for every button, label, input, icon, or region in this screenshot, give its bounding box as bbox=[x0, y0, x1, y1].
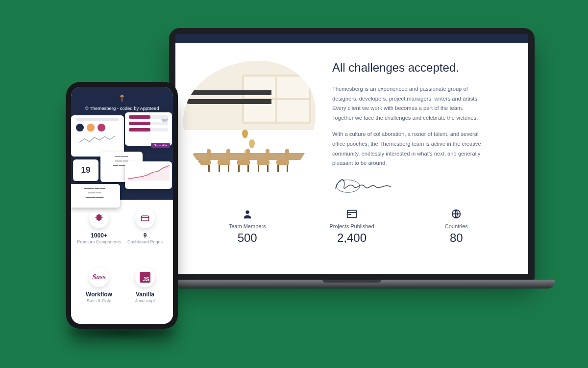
feature-title: Vanilla bbox=[122, 291, 168, 298]
laptop-page-topbar bbox=[175, 34, 528, 43]
collage-card-profile: Jane S. Subscribe bbox=[125, 112, 172, 146]
dashboard-collage: Jane S. Subscribe 19 ▬▬ ▬▬▬▬▬▬ ▬▬▬▬ ▬▬▬ … bbox=[71, 112, 173, 211]
stat-value: 2,400 bbox=[313, 231, 391, 245]
stat-value: 80 bbox=[417, 231, 495, 245]
card-icon bbox=[135, 209, 155, 228]
subscribe-pill[interactable]: Subscribe bbox=[151, 143, 170, 148]
collage-card-list: ▬▬▬▬ ▬▬ ▬▬▬▬▬ ▬▬▬▬▬▬ ▬▬▬ bbox=[71, 184, 120, 208]
stats-row: Team Members 500 Projects Published 2,40… bbox=[175, 203, 528, 245]
stat-countries: Countries 80 bbox=[417, 208, 495, 245]
window-icon bbox=[313, 208, 391, 220]
feature-title: 9 bbox=[122, 232, 168, 239]
stat-label: Team Members bbox=[208, 223, 287, 229]
collage-big-number: 19 bbox=[81, 165, 91, 175]
puzzle-icon bbox=[89, 209, 109, 228]
feature-title: Workflow bbox=[76, 291, 122, 298]
feature-title: 1000+ bbox=[76, 232, 122, 239]
about-paragraph-2: With a culture of collaboration, a roste… bbox=[332, 130, 484, 168]
laptop-mockup: All challenges accepted. Themesberg is a… bbox=[149, 28, 555, 314]
feature-dashboard-pages: 9 Dashboard Pages bbox=[122, 209, 168, 263]
about-copy: All challenges accepted. Themesberg is a… bbox=[332, 61, 503, 195]
stat-projects: Projects Published 2,400 bbox=[313, 208, 391, 245]
laptop-screen: All challenges accepted. Themesberg is a… bbox=[175, 34, 528, 274]
collage-card-chart bbox=[71, 115, 124, 157]
feature-subtitle: Premium Components bbox=[76, 239, 122, 244]
phone-mockup: © Themesberg - coded by AppSeed Jane S. … bbox=[66, 82, 178, 329]
feature-subtitle: Sass & Gulp bbox=[76, 298, 122, 303]
about-section: All challenges accepted. Themesberg is a… bbox=[175, 43, 528, 203]
feature-subtitle: Dashboard Pages bbox=[122, 239, 168, 244]
stat-value: 500 bbox=[208, 231, 287, 245]
phone-screen: © Themesberg - coded by AppSeed Jane S. … bbox=[71, 87, 173, 324]
stat-team-members: Team Members 500 bbox=[208, 208, 287, 245]
phone-hero: © Themesberg - coded by AppSeed Jane S. … bbox=[71, 87, 173, 200]
feature-components: 1000+ Premium Components bbox=[76, 209, 122, 263]
svg-rect-4 bbox=[348, 214, 351, 215]
themesberg-logo-icon bbox=[117, 94, 127, 104]
svg-rect-7 bbox=[142, 216, 149, 221]
feature-workflow: Sass Workflow Sass & Gulp bbox=[76, 267, 122, 321]
feature-subtitle: Javascript bbox=[122, 298, 168, 303]
phone-credit: © Themesberg - coded by AppSeed bbox=[71, 105, 173, 111]
svg-rect-6 bbox=[122, 97, 122, 102]
laptop-base bbox=[149, 280, 555, 289]
phone-features-grid: 1000+ Premium Components 9 Dashboard Pag… bbox=[71, 200, 173, 324]
stat-label: Projects Published bbox=[313, 223, 391, 229]
about-paragraph-1: Themesberg is an experienced and passion… bbox=[332, 84, 484, 123]
collage-card-growth bbox=[125, 161, 172, 189]
collage-card-number: 19 bbox=[73, 159, 98, 181]
office-photo bbox=[183, 61, 316, 186]
about-image bbox=[183, 61, 316, 192]
signature-icon bbox=[332, 175, 503, 195]
js-icon: JS bbox=[135, 267, 155, 287]
sass-icon: Sass bbox=[89, 267, 109, 287]
stat-label: Countries bbox=[417, 223, 495, 229]
svg-point-1 bbox=[245, 210, 249, 213]
feature-vanilla: JS Vanilla Javascript bbox=[122, 267, 168, 321]
about-heading: All challenges accepted. bbox=[332, 61, 503, 75]
globe-icon bbox=[417, 208, 495, 220]
user-icon bbox=[208, 208, 287, 220]
